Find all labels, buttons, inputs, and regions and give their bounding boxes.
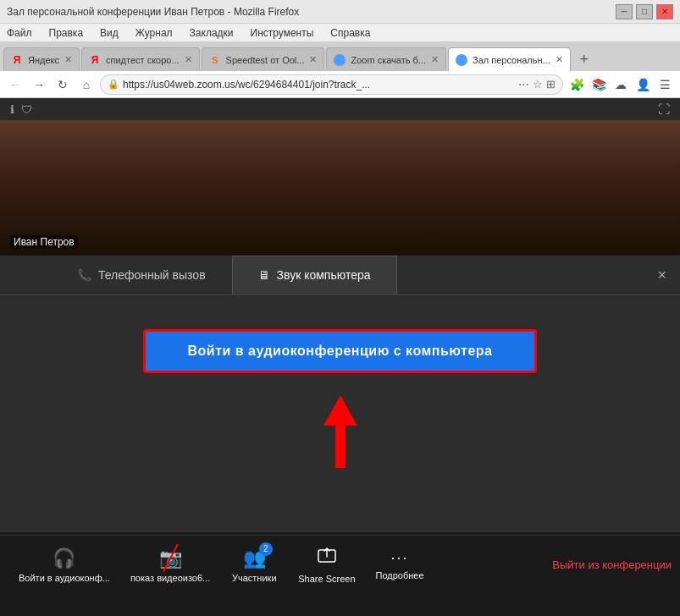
share-icon[interactable]: ⊞: [546, 78, 556, 91]
info-icon: ℹ: [10, 103, 14, 116]
audio-dialog: 📞 Телефонный вызов 🖥 Звук компьютера × В…: [0, 256, 680, 532]
menu-icon[interactable]: ☰: [655, 74, 675, 95]
menu-view[interactable]: Вид: [97, 25, 122, 41]
arrow-shaft: [335, 426, 346, 468]
video-feed: [0, 120, 680, 256]
video-tool-label: показ видеоизо6...: [130, 573, 210, 583]
reader-icon[interactable]: ☆: [533, 78, 543, 91]
tab-label-zoom-conf: Зал персональн...: [473, 55, 550, 65]
home-button[interactable]: ⌂: [76, 74, 97, 95]
tab-zoom-conf[interactable]: Зал персональн... ✕: [448, 47, 571, 71]
tab-close-speedtest2[interactable]: ✕: [309, 54, 317, 65]
menu-bookmarks[interactable]: Закладки: [186, 25, 237, 41]
menu-file[interactable]: Файл: [3, 25, 36, 41]
phone-icon: 📞: [77, 268, 91, 282]
tab-label-speedtest2: Speedtest от Ool...: [226, 55, 305, 65]
arrow-head: [323, 395, 357, 426]
more-icon: ···: [391, 549, 409, 567]
main-content: ℹ 🛡 ⛶ Иван Петров 📞 Телефонный вызов 🖥 З…: [0, 98, 680, 594]
window-controls: ─ □ ✕: [616, 4, 673, 19]
audio-tool-label: Войти в аудиоконф...: [19, 573, 110, 583]
minimize-button[interactable]: ─: [616, 4, 633, 19]
bookmark-star-icon[interactable]: ⋯: [518, 78, 529, 91]
new-tab-button[interactable]: +: [572, 47, 596, 71]
menu-bar: Файл Правка Вид Журнал Закладки Инструме…: [0, 24, 680, 42]
audio-tool[interactable]: 🎧 Войти в аудиоконф...: [8, 542, 120, 588]
refresh-button[interactable]: ↻: [53, 74, 73, 95]
back-button[interactable]: ←: [5, 74, 25, 95]
tab-favicon-zoom-conf: [456, 54, 467, 66]
computer-tab-label: Звук компьютера: [277, 268, 371, 282]
audio-tab-row: 📞 Телефонный вызов 🖥 Звук компьютера ×: [0, 256, 680, 295]
phone-tab-label: Телефонный вызов: [98, 268, 206, 282]
shield-icon: 🛡: [21, 103, 32, 116]
tab-label-speedtest1: спидтест скоро...: [106, 55, 180, 65]
leave-conference-button[interactable]: Выйти из конференции: [552, 558, 672, 571]
forward-button[interactable]: →: [29, 74, 49, 95]
participant-name-label: Иван Петров: [10, 235, 78, 249]
more-tool[interactable]: ··· Подробнее: [366, 544, 434, 586]
tab-favicon-speedtest1: Я: [89, 54, 101, 66]
tab-close-speedtest1[interactable]: ✕: [185, 54, 192, 65]
extensions-icon[interactable]: 🧩: [567, 74, 587, 95]
participants-badge: 2: [259, 542, 273, 556]
video-area: Иван Петров: [0, 120, 680, 256]
menu-tools[interactable]: Инструменты: [247, 25, 318, 41]
title-bar: Зал персональной конференции Иван Петров…: [0, 0, 680, 24]
menu-help[interactable]: Справка: [327, 25, 373, 41]
fullscreen-button[interactable]: ⛶: [658, 102, 670, 116]
bottom-toolbar: 🎧 Войти в аудиоконф... 📷 ╱ показ видеоиз…: [0, 535, 680, 594]
maximize-button[interactable]: □: [636, 4, 653, 19]
security-bar: ℹ 🛡 ⛶: [0, 98, 680, 120]
address-bar: ← → ↻ ⌂ 🔒 https://us04web.zoom.us/wc/629…: [0, 71, 680, 98]
participants-icon: 👥 2: [243, 547, 266, 569]
monitor-icon: 🖥: [258, 268, 270, 282]
arrow-indicator: [323, 387, 357, 468]
headphone-icon: 🎧: [53, 547, 75, 569]
tab-close-zoom-download[interactable]: ✕: [431, 54, 439, 65]
share-screen-icon: [317, 546, 337, 570]
tab-favicon-zoom-download: [334, 54, 346, 66]
dialog-body: Войти в аудиоконференцию с компьютера: [0, 295, 680, 532]
address-icons: ⋯ ☆ ⊞: [518, 78, 556, 91]
tab-close-zoom-conf[interactable]: ✕: [556, 54, 563, 65]
share-screen-label: Share Screen: [298, 574, 355, 584]
toolbar-icons: 🧩 📚 ☁ 👤 ☰: [567, 74, 675, 95]
tab-close-yandex[interactable]: ✕: [64, 54, 72, 65]
video-tool[interactable]: 📷 ╱ показ видеоизо6...: [120, 542, 220, 588]
sync-icon[interactable]: ☁: [611, 74, 631, 95]
address-input[interactable]: 🔒 https://us04web.zoom.us/wc/6294684401/…: [100, 74, 563, 95]
tab-favicon-speedtest2: S: [209, 54, 221, 66]
url-text: https://us04web.zoom.us/wc/6294684401/jo…: [123, 79, 515, 91]
window-title: Зал персональной конференции Иван Петров…: [7, 6, 616, 18]
participants-tool-label: Участники: [232, 573, 277, 583]
close-dialog-button[interactable]: ×: [657, 267, 666, 283]
menu-history[interactable]: Журнал: [132, 25, 176, 41]
join-audio-button[interactable]: Войти в аудиоконференцию с компьютера: [143, 329, 538, 373]
share-screen-tool[interactable]: Share Screen: [288, 541, 365, 589]
tab-yandex[interactable]: Я Яндекс ✕: [3, 47, 80, 71]
account-icon[interactable]: 👤: [633, 74, 653, 95]
close-button[interactable]: ✕: [656, 4, 673, 19]
lock-icon: 🔒: [108, 79, 119, 90]
tab-speedtest1[interactable]: Я спидтест скоро... ✕: [81, 47, 200, 71]
tab-favicon-yandex: Я: [11, 54, 23, 66]
camera-icon: 📷 ╱: [159, 547, 182, 569]
library-icon[interactable]: 📚: [589, 74, 609, 95]
more-tool-label: Подробнее: [376, 570, 424, 580]
phone-tab[interactable]: 📞 Телефонный вызов: [51, 256, 232, 294]
tab-bar: Я Яндекс ✕ Я спидтест скоро... ✕ S Speed…: [0, 42, 680, 71]
menu-edit[interactable]: Правка: [46, 25, 87, 41]
tab-speedtest2[interactable]: S Speedtest от Ool... ✕: [202, 47, 325, 71]
computer-audio-tab[interactable]: 🖥 Звук компьютера: [232, 256, 397, 294]
tab-zoom-download[interactable]: Zoom скачать б... ✕: [326, 47, 446, 71]
participants-tool[interactable]: 👥 2 Участники: [220, 542, 288, 588]
tab-label-yandex: Яндекс: [28, 55, 59, 65]
tab-label-zoom-download: Zoom скачать б...: [351, 55, 426, 65]
